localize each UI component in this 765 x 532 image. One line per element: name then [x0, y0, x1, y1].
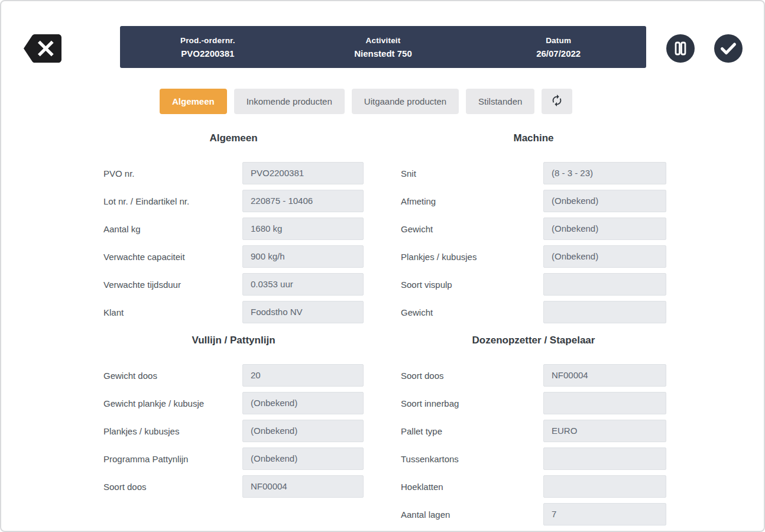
field-value-box[interactable]: (8 - 3 - 23) — [543, 162, 666, 184]
field-row: Gewicht plankje / kubusje (Onbekend) — [103, 392, 364, 414]
field-row: Klant Foodstho NV — [103, 301, 364, 323]
field-label: Aantal lagen — [401, 510, 543, 520]
tab-label: Algemeen — [172, 96, 215, 106]
date-value: 26/07/2022 — [471, 48, 646, 59]
field-value-box[interactable]: 20 — [242, 364, 364, 387]
field-label: Gewicht — [401, 307, 543, 317]
tab-label: Inkomende producten — [247, 96, 332, 106]
field-value-box[interactable]: 220875 - 10406 — [242, 190, 364, 212]
section-algemeen: Algemeen PVO nr. PVO2200381 Lot nr. / Ei… — [103, 131, 364, 329]
field-value-box[interactable]: EURO — [543, 420, 666, 442]
order-number-label: Prod.-ordernr. — [120, 36, 296, 45]
field-value-box[interactable] — [543, 301, 666, 323]
tab-stilstanden[interactable]: Stilstanden — [466, 89, 534, 114]
field-value-box[interactable]: (Onbekend) — [543, 190, 666, 212]
field-value-box[interactable]: Foodstho NV — [242, 301, 364, 323]
field-row: Plankjes / kubusjes (Onbekend) — [401, 245, 666, 268]
field-label: Snit — [401, 168, 543, 179]
field-row: Soort vispulp — [401, 273, 666, 296]
field-label: Klant — [103, 307, 242, 317]
field-row: Gewicht — [401, 301, 666, 323]
section-algemeen-title: Algemeen — [103, 131, 364, 145]
field-value-box[interactable] — [543, 392, 666, 414]
field-label: Pallet type — [401, 426, 543, 436]
field-row: Programma Pattynlijn (Onbekend) — [103, 447, 364, 470]
field-label: Lot nr. / Eindartikel nr. — [103, 196, 242, 206]
field-row: Verwachte tijdsduur 0.0353 uur — [103, 273, 364, 296]
field-value-box[interactable] — [543, 475, 666, 498]
field-row: Soort doos NF00004 — [401, 364, 666, 387]
section-vullijn-title: Vullijn / Pattynlijn — [103, 333, 364, 348]
field-value-box[interactable] — [543, 273, 666, 296]
tab-bar: Algemeen Inkomende producten Uitgaande p… — [160, 89, 572, 114]
section-dozenopzetter: Dozenopzetter / Stapelaar Soort doos NF0… — [401, 333, 666, 532]
close-button[interactable] — [24, 34, 61, 63]
field-value-box[interactable]: 7 — [543, 503, 666, 525]
field-row: Lot nr. / Eindartikel nr. 220875 - 10406 — [103, 190, 364, 212]
activity-value: Nienstedt 750 — [296, 48, 471, 59]
field-value-box[interactable]: 0.0353 uur — [242, 273, 364, 296]
field-value-box[interactable]: 900 kg/h — [242, 245, 364, 268]
production-order-page: Prod.-ordernr. PVO2200381 Activiteit Nie… — [0, 0, 765, 532]
date-column: Datum 26/07/2022 — [471, 36, 646, 59]
field-label: Hoeklatten — [401, 482, 543, 492]
field-value-box[interactable]: (Onbekend) — [543, 218, 666, 240]
field-row: Gewicht doos 20 — [103, 364, 364, 387]
field-label: Plankjes / kubusjes — [401, 252, 543, 262]
field-row: Aantal kg 1680 kg — [103, 218, 364, 240]
field-label: Afmeting — [401, 196, 543, 206]
field-value-box[interactable]: (Onbekend) — [242, 392, 364, 414]
field-label: Soort doos — [401, 371, 543, 381]
sync-icon — [550, 94, 563, 109]
tab-algemeen[interactable]: Algemeen — [160, 89, 227, 114]
field-row: Snit (8 - 3 - 23) — [401, 162, 666, 184]
tab-label: Uitgaande producten — [364, 96, 446, 106]
field-label: Soort innerbag — [401, 398, 543, 408]
section-machine-title: Machine — [401, 131, 666, 145]
field-label: Soort doos — [103, 482, 242, 492]
check-circle-icon — [714, 56, 743, 64]
date-label: Datum — [471, 36, 646, 45]
field-row: PVO nr. PVO2200381 — [103, 162, 364, 184]
field-row: Gewicht (Onbekend) — [401, 218, 666, 240]
field-value-box[interactable]: (Onbekend) — [543, 245, 666, 268]
tab-uitgaande-producten[interactable]: Uitgaande producten — [352, 89, 459, 114]
field-row: Soort doos NF00004 — [103, 475, 364, 498]
order-number-column: Prod.-ordernr. PVO2200381 — [120, 36, 296, 59]
pause-button[interactable] — [666, 34, 695, 63]
section-dozenopzetter-title: Dozenopzetter / Stapelaar — [401, 333, 666, 348]
field-label: Plankjes / kubusjes — [103, 426, 242, 436]
field-row: Hoeklatten — [401, 475, 666, 498]
field-row: Afmeting (Onbekend) — [401, 190, 666, 212]
section-vullijn: Vullijn / Pattynlijn Gewicht doos 20 Gew… — [103, 333, 364, 503]
field-value-box[interactable]: NF00004 — [242, 475, 364, 498]
field-row: Verwachte capaciteit 900 kg/h — [103, 245, 364, 268]
activity-label: Activiteit — [296, 36, 471, 45]
field-label: PVO nr. — [103, 168, 242, 179]
field-value-box[interactable]: 1680 kg — [242, 218, 364, 240]
tab-inkomende-producten[interactable]: Inkomende producten — [234, 89, 345, 114]
field-label: Gewicht plankje / kubusje — [103, 398, 242, 408]
field-value-box[interactable]: PVO2200381 — [242, 162, 364, 184]
field-value-box[interactable] — [543, 447, 666, 470]
field-label: Verwachte tijdsduur — [103, 280, 242, 290]
field-value-box[interactable]: (Onbekend) — [242, 447, 364, 470]
order-number-value: PVO2200381 — [120, 48, 296, 59]
field-row: Plankjes / kubusjes (Onbekend) — [103, 420, 364, 442]
field-label: Gewicht — [401, 224, 543, 234]
field-value-box[interactable]: (Onbekend) — [242, 420, 364, 442]
field-label: Verwachte capaciteit — [103, 252, 242, 262]
refresh-button[interactable] — [542, 89, 572, 114]
field-label: Programma Pattynlijn — [103, 454, 242, 464]
section-machine: Machine Snit (8 - 3 - 23) Afmeting (Onbe… — [401, 131, 666, 329]
pause-circle-icon — [666, 56, 695, 64]
activity-column: Activiteit Nienstedt 750 — [296, 36, 471, 59]
field-row: Aantal lagen 7 — [401, 503, 666, 525]
confirm-button[interactable] — [714, 34, 743, 63]
order-header-bar: Prod.-ordernr. PVO2200381 Activiteit Nie… — [120, 26, 646, 68]
field-label: Tussenkartons — [401, 454, 543, 464]
field-row: Tussenkartons — [401, 447, 666, 470]
tab-label: Stilstanden — [478, 96, 522, 106]
backspace-x-icon — [24, 56, 61, 64]
field-value-box[interactable]: NF00004 — [543, 364, 666, 387]
